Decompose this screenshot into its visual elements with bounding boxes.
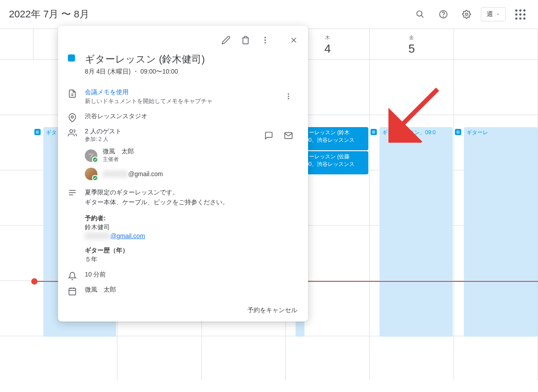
- experience-value: ５年: [85, 256, 297, 264]
- day-header-fri[interactable]: 金5: [370, 29, 454, 59]
- cancel-booking-link[interactable]: 予約をキャンセル: [58, 301, 308, 318]
- event-location: 渋谷レッスンスタジオ: [85, 112, 297, 120]
- header-actions: 週: [411, 5, 529, 23]
- booker-name: 鈴木健司: [85, 223, 297, 231]
- delete-icon[interactable]: [237, 31, 254, 49]
- event-title: ギターレッスン (鈴木健司): [85, 53, 297, 66]
- view-dropdown[interactable]: 週: [481, 7, 506, 21]
- guest-item: xxxxxxx@gmail.com: [85, 168, 297, 180]
- event-block[interactable]: ギターレ: [464, 127, 538, 337]
- svg-line-1: [421, 16, 424, 18]
- gear-icon[interactable]: [458, 5, 475, 23]
- calendar-owner: 微風 太郎: [85, 286, 297, 294]
- event-description: 夏季限定のギターレッスンです。 ギター本体、ケーブル、ピックをご持参ください。: [85, 187, 297, 207]
- popup-actions: [58, 26, 308, 49]
- svg-point-0: [417, 11, 422, 17]
- svg-point-13: [288, 96, 289, 97]
- check-badge-icon: [92, 157, 98, 163]
- svg-line-24: [397, 89, 438, 129]
- booker-email: xxxxxxx@gmail.com: [85, 232, 297, 239]
- search-icon[interactable]: [411, 5, 429, 23]
- day-header: [454, 29, 538, 59]
- svg-point-6: [264, 39, 266, 41]
- description-icon: [67, 187, 78, 198]
- guest-email: xxxxxxx@gmail.com: [103, 170, 163, 177]
- event-datetime: 8月 4日 (木曜日) ・ 09:00〜10:00: [85, 68, 297, 76]
- guest-role: 主催者: [103, 156, 134, 163]
- guests-icon: [67, 128, 78, 138]
- appointment-icon: ⊞: [371, 129, 377, 135]
- close-icon[interactable]: [285, 31, 303, 49]
- experience-label: ギター歴（年）: [85, 247, 297, 255]
- header: 2022年 7月 〜 8月 週: [0, 0, 538, 29]
- calendar-icon: [67, 286, 78, 297]
- reminder-text: 10 分前: [85, 271, 297, 279]
- avatar: [85, 168, 97, 180]
- meeting-notes-link[interactable]: 会議メモを使用: [85, 88, 297, 96]
- view-label: 週: [487, 10, 493, 18]
- day-column[interactable]: ⊞ ギターレ: [454, 59, 538, 380]
- svg-point-7: [264, 42, 266, 43]
- location-icon: [67, 112, 78, 123]
- svg-point-16: [70, 130, 73, 133]
- meeting-notes-sub: 新しいドキュメントを開始してメモをキャプチャ: [85, 97, 297, 105]
- email-icon[interactable]: [279, 127, 297, 144]
- svg-point-14: [288, 98, 289, 99]
- apps-icon[interactable]: [511, 5, 529, 23]
- avatar: ツ: [85, 149, 97, 162]
- appointment-icon: ⊞: [455, 129, 461, 135]
- guest-item: ツ 微風 太郎 主催者: [85, 148, 297, 163]
- booker-label: 予約者:: [85, 215, 297, 223]
- annotation-arrow: [388, 85, 442, 143]
- edit-icon[interactable]: [217, 31, 235, 49]
- svg-point-3: [443, 17, 444, 17]
- check-badge-icon: [92, 175, 98, 181]
- event-detail-popup: ギターレッスン (鈴木健司) 8月 4日 (木曜日) ・ 09:00〜10:00…: [58, 26, 308, 322]
- date-range-title: 2022年 7月 〜 8月: [9, 8, 411, 21]
- appointment-icon: ⊞: [34, 129, 41, 135]
- help-icon[interactable]: [434, 5, 452, 23]
- more-icon[interactable]: [256, 31, 274, 49]
- svg-point-15: [71, 116, 74, 118]
- bell-icon: [67, 271, 78, 281]
- more-icon[interactable]: [279, 87, 297, 105]
- document-icon: [67, 88, 78, 99]
- chevron-down-icon: [496, 12, 500, 17]
- svg-point-5: [264, 37, 266, 38]
- svg-rect-20: [69, 288, 76, 295]
- event-block[interactable]: ギターレッスン、09:0: [380, 127, 452, 337]
- calendar-color-chip: [68, 54, 75, 62]
- chat-icon[interactable]: [260, 127, 278, 144]
- svg-point-4: [466, 13, 468, 16]
- svg-point-12: [288, 93, 289, 95]
- guest-name: 微風 太郎: [103, 148, 134, 156]
